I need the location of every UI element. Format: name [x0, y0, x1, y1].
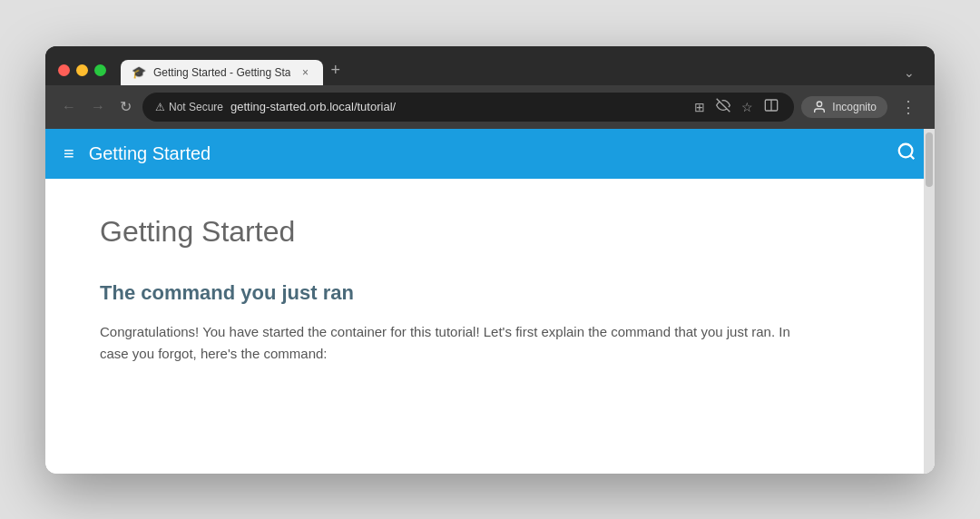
back-button[interactable]: ← [58, 97, 80, 117]
svg-point-4 [899, 143, 913, 157]
active-tab[interactable]: 🎓 Getting Started - Getting Sta × [121, 60, 323, 85]
tab-expand-button[interactable]: ⌄ [897, 60, 922, 85]
url-text: getting-started.orb.local/tutorial/ [230, 100, 684, 113]
more-options-button[interactable]: ⋮ [895, 95, 922, 119]
split-view-button[interactable] [761, 96, 781, 117]
translate-button[interactable]: ⊞ [691, 98, 708, 116]
not-secure-label: Not Secure [169, 101, 223, 113]
new-tab-button[interactable]: + [323, 55, 348, 85]
url-actions: ⊞ ☆ [691, 96, 781, 117]
hamburger-menu-button[interactable]: ≡ [64, 143, 74, 164]
scrollbar-thumb[interactable] [926, 132, 933, 187]
incognito-button[interactable]: Incognito [801, 96, 887, 118]
traffic-lights [58, 64, 106, 76]
reload-button[interactable]: ↻ [116, 96, 135, 117]
tab-bar: 🎓 Getting Started - Getting Sta × + ⌄ [121, 55, 922, 85]
bookmark-button[interactable]: ☆ [739, 98, 756, 116]
forward-button[interactable]: → [87, 97, 109, 117]
minimize-window-button[interactable] [76, 64, 88, 76]
page-title: Getting Started [100, 215, 869, 249]
maximize-window-button[interactable] [94, 64, 106, 76]
header-left: ≡ Getting Started [64, 143, 211, 164]
address-bar: ← → ↻ ⚠ Not Secure getting-started.orb.l… [45, 85, 935, 129]
incognito-icon [812, 100, 827, 114]
browser-window: 🎓 Getting Started - Getting Sta × + ⌄ ← … [45, 46, 935, 474]
scrollbar[interactable] [924, 129, 935, 474]
site-search-button[interactable] [897, 142, 916, 166]
tab-title: Getting Started - Getting Sta [153, 66, 290, 79]
tab-favicon: 🎓 [132, 65, 146, 79]
svg-point-3 [818, 102, 822, 106]
close-window-button[interactable] [58, 64, 70, 76]
content-body: Congratulations! You have started the co… [100, 321, 808, 365]
title-bar: 🎓 Getting Started - Getting Sta × + ⌄ [45, 46, 935, 85]
eye-off-button[interactable] [713, 96, 733, 117]
webpage-area: ≡ Getting Started Getting Started The co… [45, 129, 935, 474]
split-view-icon [764, 98, 779, 113]
not-secure-badge: ⚠ Not Secure [155, 101, 223, 113]
url-bar[interactable]: ⚠ Not Secure getting-started.orb.local/t… [142, 93, 794, 122]
warning-icon: ⚠ [155, 101, 165, 113]
tab-close-button[interactable]: × [298, 65, 312, 80]
search-icon [897, 142, 916, 162]
svg-line-5 [910, 155, 914, 159]
section-title: The command you just ran [100, 281, 869, 305]
site-header: ≡ Getting Started [45, 129, 935, 179]
webpage-content: ≡ Getting Started Getting Started The co… [45, 129, 935, 474]
main-content: Getting Started The command you just ran… [45, 179, 924, 401]
site-title: Getting Started [89, 143, 211, 164]
eye-off-icon [716, 98, 730, 113]
